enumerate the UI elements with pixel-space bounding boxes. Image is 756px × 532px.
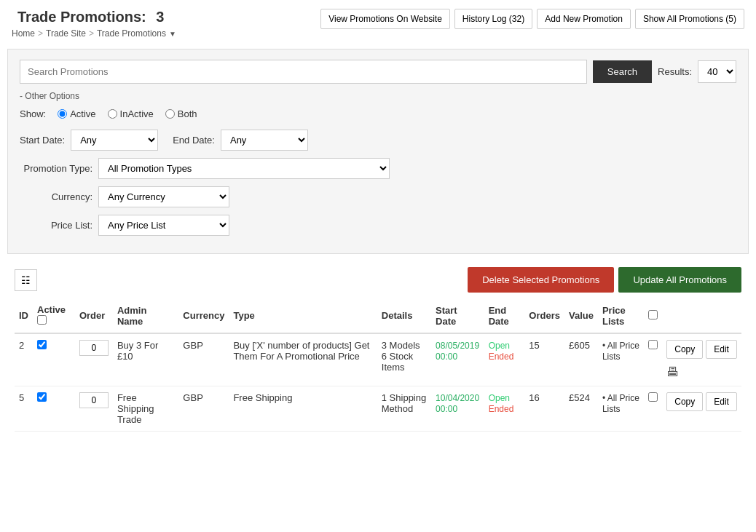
end-date-select[interactable]: Any xyxy=(221,130,308,151)
show-active-label: Active xyxy=(70,108,95,119)
search-button[interactable]: Search xyxy=(593,60,652,83)
cell-price-lists-1: All Price Lists xyxy=(598,386,644,432)
top-buttons-group: View Promotions On Website History Log (… xyxy=(320,9,744,29)
show-label: Show: xyxy=(20,108,46,119)
add-new-promotion-button[interactable]: Add New Promotion xyxy=(537,9,631,29)
row-checkbox-0[interactable] xyxy=(648,340,658,349)
other-options-toggle[interactable]: - Other Options xyxy=(20,91,736,101)
cell-id-0: 2 xyxy=(15,333,33,386)
cell-value-1: £524 xyxy=(564,386,598,432)
cell-type-1: Free Shipping xyxy=(229,386,377,432)
col-currency: Currency xyxy=(178,298,229,333)
col-id: ID xyxy=(15,298,33,333)
copy-button-0[interactable]: Copy xyxy=(666,340,703,359)
show-both-label: Both xyxy=(178,108,197,119)
breadcrumb-dropdown-icon[interactable]: ▼ xyxy=(169,30,176,38)
cell-price-lists-0: All Price Lists xyxy=(598,333,644,386)
start-date-select[interactable]: Any xyxy=(71,130,158,151)
promotions-table-wrapper: ID Active Order Admin Name Currency Type… xyxy=(0,298,756,432)
page-title: Trade Promotions: 3 xyxy=(12,9,164,25)
col-actions xyxy=(662,298,741,333)
results-select[interactable]: 40 xyxy=(698,60,736,83)
monitor-icon-0[interactable]: 🖶 xyxy=(666,365,680,380)
breadcrumb-home[interactable]: Home xyxy=(12,28,35,39)
show-active-radio[interactable] xyxy=(58,109,67,119)
cell-currency-1: GBP xyxy=(178,386,229,432)
select-all-active-checkbox[interactable] xyxy=(37,315,47,325)
promotion-type-select[interactable]: All Promotion Types xyxy=(98,158,390,179)
cell-admin-name-1: Free Shipping Trade xyxy=(113,386,178,432)
end-date-label: End Date: xyxy=(173,135,215,146)
cell-end-date-0: Open Ended xyxy=(484,333,525,386)
cell-orders-1: 16 xyxy=(524,386,564,432)
cell-currency-0: GBP xyxy=(178,333,229,386)
history-log-button[interactable]: History Log (32) xyxy=(454,9,532,29)
show-inactive-label: InActive xyxy=(120,108,154,119)
cell-details-1: 1 ShippingMethod xyxy=(377,386,431,432)
show-both-option[interactable]: Both xyxy=(165,108,197,119)
cell-id-1: 5 xyxy=(15,386,33,432)
active-checkbox-0[interactable] xyxy=(37,340,47,349)
search-input[interactable] xyxy=(20,60,587,84)
promotion-type-filter-row: Promotion Type: All Promotion Types xyxy=(20,158,736,179)
cell-actions-1: Copy Edit xyxy=(662,386,741,432)
show-inactive-radio[interactable] xyxy=(108,109,117,119)
currency-label: Currency: xyxy=(20,191,92,202)
col-admin-name: Admin Name xyxy=(113,298,178,333)
col-price-lists: Price Lists xyxy=(598,298,644,333)
cell-start-date-1: 10/04/202000:00 xyxy=(431,386,484,432)
col-orders: Orders xyxy=(524,298,564,333)
price-list-select[interactable]: Any Price List xyxy=(98,215,229,236)
table-view-button[interactable]: ☷ xyxy=(15,269,37,291)
col-value: Value xyxy=(564,298,598,333)
cell-details-0: 3 Models6 Stock Items xyxy=(377,333,431,386)
show-all-promotions-button[interactable]: Show All Promotions (5) xyxy=(635,9,744,29)
edit-button-1[interactable]: Edit xyxy=(706,392,737,411)
copy-button-1[interactable]: Copy xyxy=(666,392,703,411)
currency-filter-row: Currency: Any Currency xyxy=(20,186,736,207)
active-checkbox-1[interactable] xyxy=(37,392,47,402)
order-input-0[interactable] xyxy=(79,340,109,356)
cell-orders-0: 15 xyxy=(524,333,564,386)
breadcrumb-trade-promotions[interactable]: Trade Promotions xyxy=(97,28,166,39)
show-both-radio[interactable] xyxy=(165,109,175,119)
select-all-checkbox[interactable] xyxy=(648,310,658,319)
date-filter-row: Start Date: Any End Date: Any xyxy=(20,130,736,151)
col-end-date: End Date xyxy=(484,298,525,333)
action-bar: ☷ Delete Selected Promotions Update All … xyxy=(7,261,749,298)
promotion-type-label: Promotion Type: xyxy=(20,163,92,174)
promotions-table: ID Active Order Admin Name Currency Type… xyxy=(15,298,741,432)
cell-value-0: £605 xyxy=(564,333,598,386)
cell-active-0 xyxy=(33,333,75,386)
breadcrumb-trade-site[interactable]: Trade Site xyxy=(46,28,86,39)
col-type: Type xyxy=(229,298,377,333)
show-inactive-option[interactable]: InActive xyxy=(108,108,154,119)
cell-order-1 xyxy=(75,386,113,432)
col-start-date: Start Date xyxy=(431,298,484,333)
cell-type-0: Buy ['X' number of products] Get Them Fo… xyxy=(229,333,377,386)
edit-button-0[interactable]: Edit xyxy=(706,340,737,359)
update-all-button[interactable]: Update All Promotions xyxy=(618,267,741,293)
cell-order-0 xyxy=(75,333,113,386)
delete-selected-button[interactable]: Delete Selected Promotions xyxy=(468,267,614,293)
results-label: Results: xyxy=(658,66,692,77)
price-list-label: Price List: xyxy=(20,220,92,231)
view-promotions-button[interactable]: View Promotions On Website xyxy=(320,9,450,29)
row-checkbox-1[interactable] xyxy=(648,392,658,402)
order-input-1[interactable] xyxy=(79,392,109,408)
cell-active-1 xyxy=(33,386,75,432)
show-filter-row: Show: Active InActive Both xyxy=(20,108,736,119)
show-active-option[interactable]: Active xyxy=(58,108,95,119)
currency-select[interactable]: Any Currency xyxy=(98,186,229,207)
search-section: Search Results: 40 - Other Options Show:… xyxy=(7,49,749,254)
col-order: Order xyxy=(75,298,113,333)
table-row: 2 Buy 3 For £10 GBP Buy ['X' number of p… xyxy=(15,333,741,386)
cell-select-0 xyxy=(644,333,662,386)
cell-actions-0: Copy Edit 🖶 xyxy=(662,333,741,386)
table-row: 5 Free Shipping Trade GBP Free Shipping … xyxy=(15,386,741,432)
cell-end-date-1: Open Ended xyxy=(484,386,525,432)
search-row: Search Results: 40 xyxy=(20,60,736,84)
start-date-label: Start Date: xyxy=(20,135,65,146)
cell-admin-name-0: Buy 3 For £10 xyxy=(113,333,178,386)
cell-select-1 xyxy=(644,386,662,432)
